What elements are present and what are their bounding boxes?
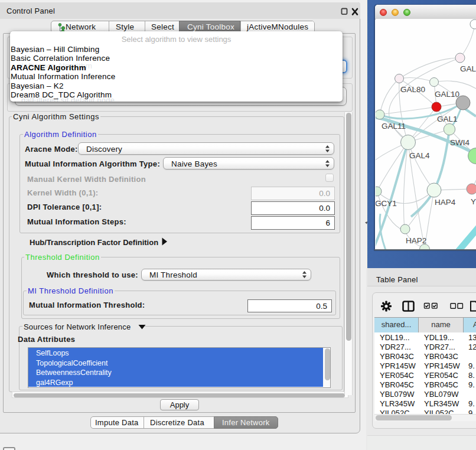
svg-text:SWI4: SWI4 [450, 138, 470, 147]
svg-text:HAP2: HAP2 [406, 236, 426, 245]
svg-text:HAP4: HAP4 [435, 198, 456, 207]
svg-text:GAL80: GAL80 [400, 85, 425, 94]
svg-text:GAL: GAL [460, 64, 476, 73]
svg-text:GAL4: GAL4 [409, 151, 430, 160]
svg-text:Y: Y [471, 197, 476, 206]
svg-text:GAL10: GAL10 [435, 90, 459, 99]
svg-text:GCY1: GCY1 [376, 199, 397, 208]
svg-text:GAL1: GAL1 [437, 115, 458, 123]
svg-text:GAL11: GAL11 [382, 122, 406, 131]
